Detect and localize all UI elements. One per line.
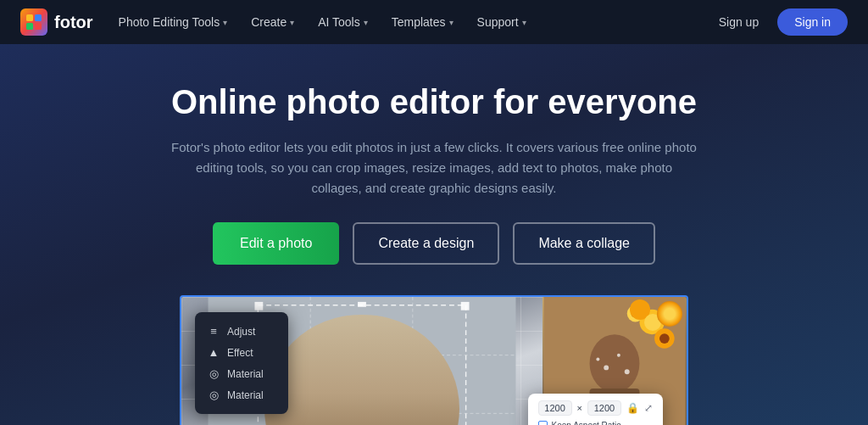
svg-point-24 [645,316,659,329]
preview-container: ≡ Adjust ▲ Effect ◎ Material ◎ Material [171,295,697,425]
svg-rect-1 [35,14,42,21]
effect-icon: ▲ [207,346,220,359]
keep-aspect-ratio-checkbox[interactable] [538,421,548,425]
svg-point-10 [343,323,380,370]
hero-section: Online photo editor for everyone Fotor's… [0,44,868,425]
hero-buttons: Edit a photo Create a design Make a coll… [17,222,851,265]
tool-panel: ≡ Adjust ▲ Effect ◎ Material ◎ Material [195,312,288,414]
chevron-down-icon: ▾ [449,18,453,27]
lock-icon[interactable]: 🔒 [626,402,639,414]
tool-material-2[interactable]: ◎ Material [207,384,276,405]
chevron-down-icon: ▾ [223,18,227,27]
svg-rect-2 [26,23,33,30]
make-collage-button[interactable]: Make a collage [513,222,655,265]
material-icon-2: ◎ [207,389,220,401]
svg-rect-3 [35,23,42,30]
hero-heading: Online photo editor for everyone [17,81,851,122]
chevron-down-icon: ▾ [522,18,526,27]
signup-button[interactable]: Sign up [707,8,771,36]
hero-subheading: Fotor's photo editor lets you edit photo… [171,137,697,199]
keep-aspect-ratio-row[interactable]: Keep Aspect Ratio [538,421,653,425]
chevron-down-icon: ▾ [290,18,294,27]
svg-point-32 [596,358,599,361]
nav-support[interactable]: Support ▾ [469,8,535,36]
tool-adjust[interactable]: ≡ Adjust [207,321,276,342]
keep-aspect-ratio-label: Keep Aspect Ratio [552,421,621,425]
material-icon: ◎ [207,367,220,380]
edit-photo-button[interactable]: Edit a photo [213,222,339,265]
svg-rect-18 [358,302,366,307]
svg-point-30 [617,354,620,357]
nav-photo-editing-tools[interactable]: Photo Editing Tools ▾ [110,8,236,36]
tool-material-1[interactable]: ◎ Material [207,363,276,384]
dimension-panel: 1200 × 1200 🔒 ⤢ Keep Aspect Ratio Apply … [528,394,663,425]
svg-point-21 [590,334,640,393]
navigation: fotor Photo Editing Tools ▾ Create ▾ AI … [0,0,868,44]
nav-create[interactable]: Create ▾ [242,8,303,36]
svg-rect-0 [26,14,33,21]
tool-effect[interactable]: ▲ Effect [207,342,276,363]
svg-point-31 [625,369,630,374]
nav-ai-tools[interactable]: AI Tools ▾ [309,8,376,36]
height-input[interactable]: 1200 [587,400,621,416]
svg-rect-15 [461,302,470,310]
resize-icon: ⤢ [644,402,653,414]
svg-rect-14 [254,302,263,310]
svg-point-26 [632,310,640,318]
logo[interactable]: fotor [20,8,93,36]
create-design-button[interactable]: Create a design [353,222,499,265]
svg-point-11 [342,316,389,370]
width-input[interactable]: 1200 [538,400,572,416]
svg-point-28 [659,333,670,344]
svg-point-9 [331,334,394,409]
adjust-icon: ≡ [207,325,220,338]
signin-button[interactable]: Sign in [777,8,848,36]
dimension-row: 1200 × 1200 🔒 ⤢ [538,400,653,416]
svg-rect-12 [316,372,408,425]
nav-templates[interactable]: Templates ▾ [383,8,462,36]
dimension-separator: × [577,403,582,413]
chevron-down-icon: ▾ [364,18,368,27]
svg-point-29 [604,365,609,370]
logo-icon [20,8,47,36]
logo-text: fotor [54,13,93,32]
